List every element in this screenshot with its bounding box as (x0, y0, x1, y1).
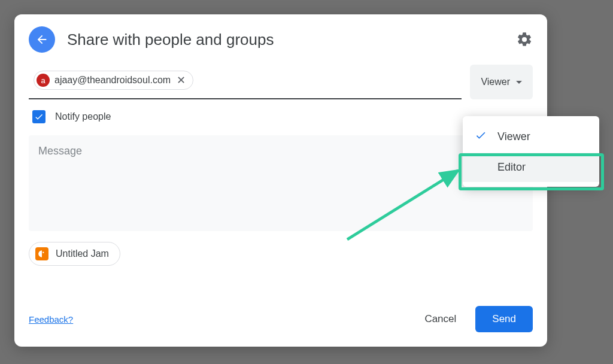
recipient-input[interactable]: a ajaay@theandroidsoul.com ✕ (29, 65, 462, 99)
message-placeholder: Message (38, 145, 82, 157)
cancel-button[interactable]: Cancel (412, 307, 468, 331)
attachment-chip[interactable]: Untitled Jam (29, 242, 120, 266)
role-option-editor[interactable]: Editor (463, 153, 599, 182)
attachment-name: Untitled Jam (56, 248, 109, 259)
remove-recipient-icon[interactable]: ✕ (175, 75, 187, 86)
role-option-label: Editor (497, 161, 587, 174)
attachment-row: Untitled Jam (14, 231, 547, 266)
recipient-chip[interactable]: a ajaay@theandroidsoul.com ✕ (34, 71, 193, 90)
role-dropdown-menu: Viewer Editor (463, 116, 599, 187)
avatar: a (37, 74, 50, 87)
role-option-label: Viewer (497, 131, 587, 143)
dialog-title: Share with people and groups (67, 31, 516, 49)
message-input[interactable]: Message (29, 135, 533, 231)
check-icon (475, 129, 489, 144)
back-button[interactable] (29, 26, 55, 53)
dialog-header: Share with people and groups (14, 14, 547, 60)
jam-icon (35, 247, 48, 260)
gear-icon (516, 31, 533, 48)
recipient-email: ajaay@theandroidsoul.com (54, 75, 171, 86)
arrow-left-icon (35, 33, 48, 46)
role-option-viewer[interactable]: Viewer (463, 121, 599, 153)
feedback-link[interactable]: Feedback? (29, 314, 73, 324)
chevron-down-icon (516, 81, 522, 84)
recipient-row: a ajaay@theandroidsoul.com ✕ Viewer (14, 60, 547, 99)
notify-label: Notify people (55, 111, 111, 122)
svg-point-0 (43, 252, 44, 253)
notify-checkbox[interactable] (32, 110, 45, 123)
role-dropdown-button[interactable]: Viewer (470, 65, 533, 99)
check-icon (34, 112, 44, 122)
settings-button[interactable] (516, 31, 533, 48)
dialog-footer: Feedback? Cancel Send (14, 294, 547, 347)
send-button[interactable]: Send (475, 306, 533, 332)
role-dropdown-label: Viewer (481, 77, 510, 87)
